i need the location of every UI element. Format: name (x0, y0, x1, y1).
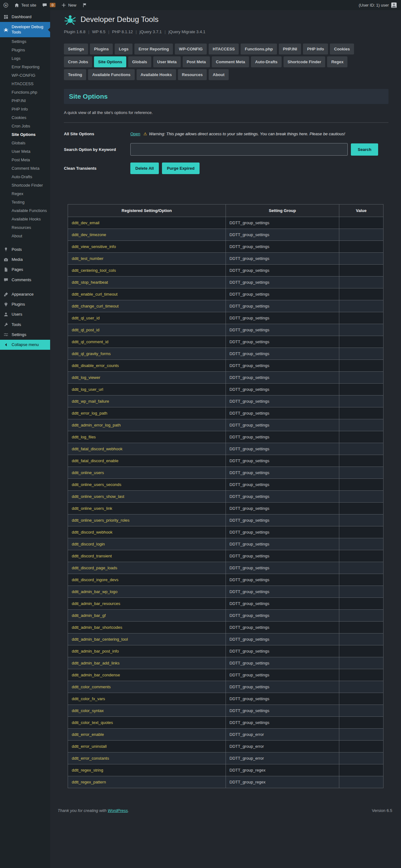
sidebar-subitem-regex[interactable]: Regex (0, 189, 50, 198)
sidebar-item-dashboard[interactable]: Dashboard (0, 12, 50, 22)
search-input[interactable] (130, 143, 348, 156)
sidebar-subitem-error-reporting[interactable]: Error Reporting (0, 63, 50, 71)
value-cell (339, 610, 383, 622)
option-name-cell: ddtt_log_viewer (68, 372, 226, 383)
sidebar-item-tools[interactable]: Tools (0, 320, 50, 330)
sidebar-subitem-testing[interactable]: Testing (0, 198, 50, 206)
sidebar-item-developer-debug-tools[interactable]: Developer Debug Tools (0, 22, 50, 37)
sidebar-item-label: Dashboard (11, 14, 32, 20)
tab-about[interactable]: About (209, 69, 229, 80)
sidebar-subitem-globals[interactable]: Globals (0, 139, 50, 147)
tab-post-meta[interactable]: Post Meta (183, 56, 210, 67)
tab-logs[interactable]: Logs (115, 43, 133, 55)
open-link[interactable]: Open (130, 131, 140, 136)
tab-cron-jobs[interactable]: Cron Jobs (64, 56, 92, 67)
comments-menu[interactable]: 0 (42, 2, 55, 8)
sidebar-item-comments[interactable]: Comments (0, 275, 50, 285)
user-greeting[interactable]: (User ID: 1) user (359, 3, 389, 7)
tab-php-info[interactable]: PHP Info (303, 43, 328, 55)
wordpress-menu[interactable]: W (3, 2, 8, 8)
sidebar-subitem-post-meta[interactable]: Post Meta (0, 156, 50, 164)
sidebar-item-plugins[interactable]: Plugins (0, 299, 50, 309)
sidebar-item-settings[interactable]: Settings (0, 330, 50, 340)
value-cell (339, 574, 383, 586)
sidebar-subitem-site-options[interactable]: Site Options (0, 130, 50, 139)
sidebar-item-media[interactable]: Media (0, 255, 50, 265)
plugin-meta-segment: Plugin 1.6.8 (64, 29, 86, 34)
sidebar-item-users[interactable]: Users (0, 309, 50, 319)
sidebar-subitem-php-ini[interactable]: PHP.INI (0, 96, 50, 105)
pages-icon (3, 267, 9, 272)
sidebar-subitem-available-hooks[interactable]: Available Hooks (0, 215, 50, 223)
table-row: ddtt_discord_page_loadsDDTT_group_settin… (68, 562, 383, 574)
table-row: ddtt_admin_bar_shortcodesDDTT_group_sett… (68, 622, 383, 633)
table-row: ddtt_online_users_linkDDTT_group_setting… (68, 503, 383, 515)
sidebar-subitem-plugins[interactable]: Plugins (0, 46, 50, 54)
sidebar-subitem-auto-drafts[interactable]: Auto-Drafts (0, 173, 50, 181)
setting-group-cell: DDTT_group_settings (226, 550, 339, 562)
ddtt-adminbar-menu[interactable] (82, 2, 87, 8)
setting-group-cell: DDTT_group_settings (226, 681, 339, 693)
search-button[interactable]: Search (351, 144, 378, 156)
sidebar-subitem-htaccess[interactable]: HTACCESS (0, 80, 50, 88)
tab-row: Cron JobsSite OptionsGlobalsUser MetaPos… (64, 56, 389, 67)
sidebar-item-collapse-menu[interactable]: Collapse menu (0, 340, 50, 350)
option-name-cell: ddtt_test_number (68, 253, 226, 265)
site-name-menu[interactable]: Test site (14, 2, 36, 8)
sidebar-subitem-resources[interactable]: Resources (0, 223, 50, 232)
option-name-cell: ddtt_ql_gravity_forms (68, 348, 226, 360)
tab-available-functions[interactable]: Available Functions (88, 69, 135, 80)
site-options-table: Registered Setting/OptionSetting GroupVa… (68, 204, 383, 788)
tab-resources[interactable]: Resources (178, 69, 207, 80)
table-row: ddtt_error_enableDDTT_group_error (68, 728, 383, 741)
avatar[interactable] (391, 2, 397, 8)
delete-all-button[interactable]: Delete All (130, 162, 159, 174)
sidebar-subitem-shortcode-finder[interactable]: Shortcode Finder (0, 181, 50, 189)
tab-shortcode-finder[interactable]: Shortcode Finder (284, 56, 325, 67)
table-row: ddtt_admin_bar_post_infoDDTT_group_setti… (68, 645, 383, 657)
sidebar-subitem-available-functions[interactable]: Available Functions (0, 206, 50, 215)
sidebar-item-appearance[interactable]: Appearance (0, 289, 50, 299)
tab-auto-drafts[interactable]: Auto-Drafts (251, 56, 282, 67)
sidebar-item-label: Users (11, 312, 22, 317)
tab-error-reporting[interactable]: Error Reporting (135, 43, 173, 55)
sidebar-subitem-settings[interactable]: Settings (0, 37, 50, 46)
sidebar-subitem-functions-php[interactable]: Functions.php (0, 88, 50, 96)
table-row: ddtt_color_fx_varsDDTT_group_settings (68, 693, 383, 705)
sidebar-subitem-cron-jobs[interactable]: Cron Jobs (0, 122, 50, 130)
sidebar-item-posts[interactable]: Posts (0, 245, 50, 255)
sidebar-subitem-logs[interactable]: Logs (0, 54, 50, 63)
wordpress-link[interactable]: WordPress (108, 808, 128, 813)
tab-plugins[interactable]: Plugins (90, 43, 113, 55)
purge-expired-button[interactable]: Purge Expired (162, 162, 200, 174)
option-name-cell: ddtt_color_text_quotes (68, 717, 226, 728)
new-content-menu[interactable]: New (61, 2, 77, 8)
sidebar-subitem-php-info[interactable]: PHP Info (0, 105, 50, 113)
tab-htaccess[interactable]: HTACCESS (209, 43, 239, 55)
tab-comment-meta[interactable]: Comment Meta (212, 56, 249, 67)
tab-user-meta[interactable]: User Meta (153, 56, 181, 67)
sidebar-item-pages[interactable]: Pages (0, 265, 50, 275)
value-cell (339, 253, 383, 265)
sidebar-subitem-user-meta[interactable]: User Meta (0, 147, 50, 156)
value-cell (339, 217, 383, 229)
tab-available-hooks[interactable]: Available Hooks (137, 69, 176, 80)
setting-group-cell: DDTT_group_regex (226, 776, 339, 788)
tab-wp-config[interactable]: WP-CONFIG (175, 43, 207, 55)
tab-functions-php[interactable]: Functions.php (240, 43, 277, 55)
tab-settings[interactable]: Settings (64, 43, 88, 55)
sidebar-subitem-cookies[interactable]: Cookies (0, 113, 50, 122)
option-name-cell: ddtt_admin_bar_resources (68, 598, 226, 610)
tab-cookies[interactable]: Cookies (330, 43, 354, 55)
tab-regex[interactable]: Regex (327, 56, 347, 67)
setting-group-cell: DDTT_group_settings (226, 515, 339, 526)
sidebar-subitem-comment-meta[interactable]: Comment Meta (0, 164, 50, 173)
tab-site-options[interactable]: Site Options (94, 56, 126, 67)
sidebar-subitem-wp-config[interactable]: WP-CONFIG (0, 71, 50, 80)
sidebar-subitem-about[interactable]: About (0, 232, 50, 240)
setting-group-cell: DDTT_group_settings (226, 526, 339, 538)
setting-group-cell: DDTT_group_settings (226, 645, 339, 657)
tab-globals[interactable]: Globals (128, 56, 151, 67)
tab-testing[interactable]: Testing (64, 69, 86, 80)
tab-php-ini[interactable]: PHP.INI (279, 43, 301, 55)
